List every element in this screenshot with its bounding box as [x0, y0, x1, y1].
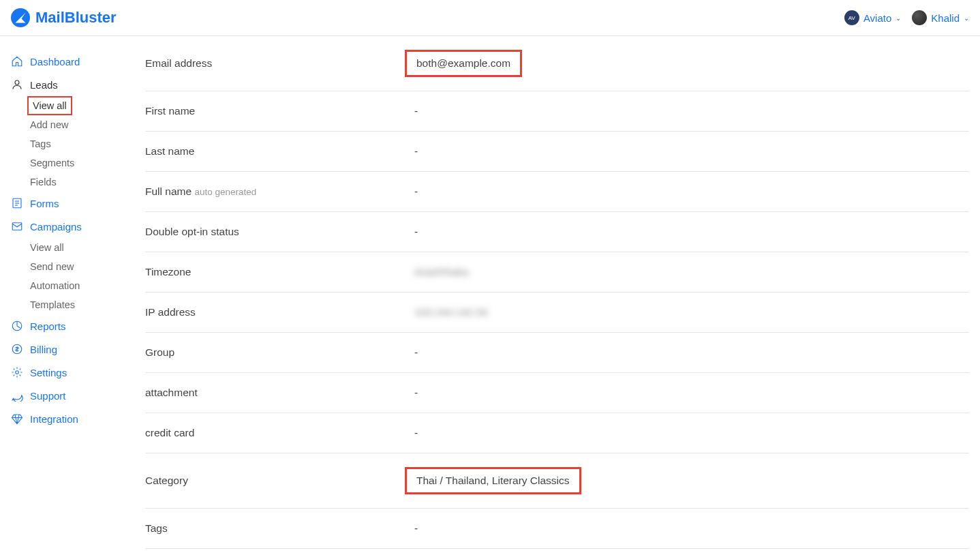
row-tags: Tags - [145, 509, 969, 549]
form-icon [11, 197, 23, 209]
row-category: Category Thai / Thailand, Literary Class… [145, 453, 969, 509]
user-name: Khalid [931, 12, 960, 24]
value-full-name: - [414, 185, 418, 198]
sidebar-item-campaigns-view-all[interactable]: View all [27, 238, 118, 257]
sidebar-item-add-new[interactable]: Add new [27, 115, 118, 134]
value-attachment: - [414, 387, 418, 399]
svg-point-0 [15, 80, 19, 85]
diamond-icon [11, 413, 23, 425]
nav-forms[interactable]: Forms [8, 192, 118, 215]
nav-label: Reports [30, 320, 66, 332]
gear-icon [11, 366, 23, 378]
sidebar-item-automation[interactable]: Automation [27, 276, 118, 295]
row-ip: IP address 103.244.142.54 [145, 293, 969, 333]
nav-settings[interactable]: Settings [8, 361, 118, 384]
chat-icon [11, 389, 23, 402]
label-full-name: Full name auto generated [145, 185, 414, 198]
nav-label: Settings [30, 367, 67, 378]
lead-details: Email address both@example.com First nam… [126, 36, 980, 553]
value-first-name: - [414, 105, 418, 117]
nav-label: Support [30, 390, 66, 402]
leads-submenu: View all Add new Tags Segments Fields [8, 96, 118, 192]
person-icon [11, 78, 23, 91]
logo-icon [11, 8, 30, 27]
campaigns-submenu: View all Send new Automation Templates [8, 238, 118, 314]
label-attachment: attachment [145, 387, 414, 399]
svg-point-8 [16, 371, 19, 374]
label-last-name: Last name [145, 145, 414, 158]
value-category: Thai / Thailand, Literary Classics [414, 467, 581, 494]
top-header: MailBluster AV Aviato ⌄ Khalid ⌄ [0, 0, 980, 36]
sidebar-item-fields[interactable]: Fields [27, 173, 118, 192]
row-first-name: First name - [145, 91, 969, 132]
sidebar-item-segments[interactable]: Segments [27, 153, 118, 173]
row-full-name: Full name auto generated - [145, 172, 969, 212]
nav-billing[interactable]: Billing [8, 338, 118, 361]
nav-dashboard[interactable]: Dashboard [8, 50, 118, 73]
value-last-name: - [414, 145, 418, 158]
sidebar-item-send-new[interactable]: Send new [27, 257, 118, 276]
label-group: Group [145, 346, 414, 359]
chevron-down-icon: ⌄ [895, 14, 901, 22]
email-highlight: both@example.com [405, 50, 522, 77]
row-last-name: Last name - [145, 132, 969, 172]
category-highlight: Thai / Thailand, Literary Classics [405, 467, 581, 494]
label-double-opt-in: Double opt-in status [145, 226, 414, 238]
nav-label: Integration [30, 413, 78, 425]
nav-campaigns[interactable]: Campaigns [8, 215, 118, 238]
dollar-icon [11, 343, 23, 355]
org-name: Aviato [863, 12, 891, 24]
value-double-opt-in: - [414, 226, 418, 238]
label-tags: Tags [145, 522, 414, 535]
org-avatar: AV [844, 10, 859, 25]
nav-label: Billing [30, 344, 57, 355]
envelope-icon [11, 220, 23, 233]
svg-rect-5 [12, 223, 22, 230]
chart-icon [11, 320, 23, 332]
row-email: Email address both@example.com [145, 36, 969, 91]
row-credit-card: credit card - [145, 413, 969, 453]
label-ip: IP address [145, 306, 414, 318]
sidebar: Dashboard Leads View all Add new Tags Se… [0, 36, 126, 553]
brand-name: MailBluster [35, 9, 117, 27]
value-timezone: Asia/Dhaka [414, 266, 468, 278]
header-right: AV Aviato ⌄ Khalid ⌄ [844, 10, 969, 25]
value-credit-card: - [414, 427, 418, 439]
sidebar-item-tags[interactable]: Tags [27, 134, 118, 153]
chevron-down-icon: ⌄ [964, 14, 969, 22]
home-icon [11, 55, 23, 68]
nav-reports[interactable]: Reports [8, 314, 118, 338]
nav-label: Leads [30, 79, 58, 91]
label-email: Email address [145, 57, 414, 70]
row-double-opt-in: Double opt-in status - [145, 212, 969, 252]
sidebar-item-view-all[interactable]: View all [27, 96, 72, 115]
nav-support[interactable]: Support [8, 384, 118, 407]
brand-logo[interactable]: MailBluster [11, 8, 117, 27]
value-email: both@example.com [414, 50, 522, 77]
label-timezone: Timezone [145, 266, 414, 278]
row-timezone: Timezone Asia/Dhaka [145, 252, 969, 293]
org-switcher[interactable]: AV Aviato ⌄ [844, 10, 901, 25]
label-credit-card: credit card [145, 427, 414, 439]
user-avatar [912, 10, 927, 25]
user-switcher[interactable]: Khalid ⌄ [912, 10, 969, 25]
value-ip: 103.244.142.54 [414, 306, 488, 318]
nav-integration[interactable]: Integration [8, 407, 118, 430]
nav-label: Forms [30, 198, 59, 209]
label-first-name: First name [145, 105, 414, 117]
nav-leads[interactable]: Leads [8, 73, 118, 96]
nav-label: Dashboard [30, 56, 80, 68]
label-category: Category [145, 475, 414, 487]
row-group: Group - [145, 333, 969, 373]
value-tags: - [414, 522, 418, 535]
value-group: - [414, 346, 418, 359]
row-attachment: attachment - [145, 373, 969, 413]
nav-label: Campaigns [30, 221, 82, 233]
sidebar-item-templates[interactable]: Templates [27, 295, 118, 314]
